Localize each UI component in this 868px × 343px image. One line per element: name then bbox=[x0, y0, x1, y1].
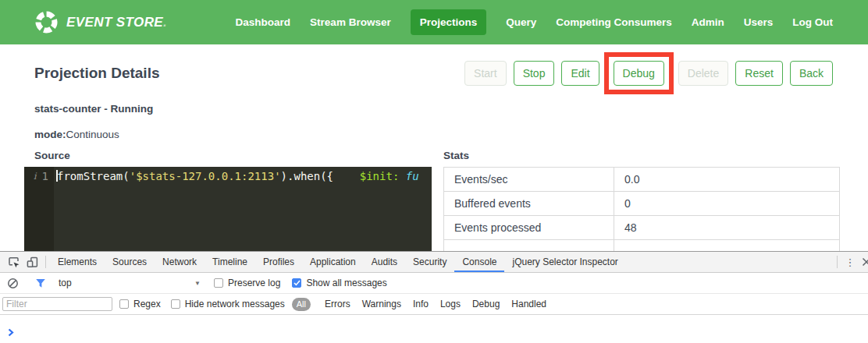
stop-button[interactable]: Stop bbox=[514, 61, 555, 86]
devtools-menu-icon[interactable]: ⋮ bbox=[841, 252, 859, 272]
filter-levels: Errors Warnings Info Logs Debug Handled bbox=[325, 299, 546, 309]
devtools-tabbar: Elements Sources Network Timeline Profil… bbox=[0, 252, 868, 273]
stats-heading: Stats bbox=[443, 150, 840, 161]
filter-level-info[interactable]: Info bbox=[413, 299, 429, 309]
event-store-brand[interactable]: EVENT STORE. bbox=[34, 10, 167, 34]
nav-item-projections[interactable]: Projections bbox=[411, 9, 487, 35]
event-store-logo-icon bbox=[34, 10, 59, 34]
tab-jquery-selector-inspector[interactable]: jQuery Selector Inspector bbox=[504, 252, 625, 272]
filter-level-debug[interactable]: Debug bbox=[472, 299, 500, 309]
code-plain: fromStream( bbox=[57, 170, 130, 182]
projection-mode: mode:Continuous bbox=[0, 129, 868, 140]
code-keyword: fu bbox=[399, 170, 418, 182]
console-prompt[interactable] bbox=[0, 315, 868, 343]
hide-network-group: Hide network messages bbox=[171, 299, 285, 309]
regex-group: Regex bbox=[119, 299, 161, 309]
nav-item-stream-browser[interactable]: Stream Browser bbox=[310, 16, 391, 28]
filter-level-errors[interactable]: Errors bbox=[325, 299, 350, 309]
tab-network[interactable]: Network bbox=[155, 252, 205, 272]
stat-label: Buffered events bbox=[444, 192, 614, 216]
code-string-literal: '$stats-127.0.0.1:2113' bbox=[130, 170, 281, 182]
editor-gutter: i 1 bbox=[24, 167, 54, 251]
debug-button[interactable]: Debug bbox=[614, 61, 664, 86]
tab-timeline[interactable]: Timeline bbox=[205, 252, 255, 272]
tab-console[interactable]: Console bbox=[454, 252, 504, 272]
table-row: Events/sec 0.0 bbox=[444, 168, 840, 192]
show-all-messages-group: Show all messages bbox=[292, 278, 386, 288]
devtools-close-icon[interactable] bbox=[859, 252, 868, 272]
device-toolbar-icon[interactable] bbox=[23, 252, 41, 272]
nav-item-admin[interactable]: Admin bbox=[692, 16, 724, 28]
top-navbar: EVENT STORE. Dashboard Stream Browser Pr… bbox=[0, 0, 868, 44]
nav-item-competing-consumers[interactable]: Competing Consumers bbox=[556, 16, 672, 28]
details-columns: Source i 1 fromStream('$stats-127.0.0.1:… bbox=[0, 150, 868, 251]
execution-context-select[interactable]: top ▼ bbox=[59, 278, 201, 288]
stat-label: Events/sec bbox=[444, 168, 614, 192]
tab-application[interactable]: Application bbox=[302, 252, 364, 272]
brand-name: EVENT STORE bbox=[66, 15, 163, 30]
gutter-info-marker: i bbox=[34, 169, 37, 184]
filter-level-logs[interactable]: Logs bbox=[440, 299, 461, 309]
stat-value: 0.0 bbox=[614, 168, 840, 192]
hide-network-messages-label[interactable]: Hide network messages bbox=[185, 299, 285, 309]
filter-level-all-badge[interactable]: All bbox=[292, 298, 311, 311]
check-icon bbox=[293, 280, 301, 286]
tab-profiles[interactable]: Profiles bbox=[255, 252, 302, 272]
hide-network-messages-checkbox[interactable] bbox=[171, 299, 180, 309]
code-gap bbox=[333, 170, 360, 182]
tab-audits[interactable]: Audits bbox=[364, 252, 405, 272]
source-code-editor[interactable]: i 1 fromStream('$stats-127.0.0.1:2113').… bbox=[24, 167, 432, 251]
console-filter-bar: Regex Hide network messages All Errors W… bbox=[0, 294, 868, 315]
tabbar-separator bbox=[837, 256, 838, 268]
stats-table: Events/sec 0.0 Buffered events 0 Events … bbox=[443, 167, 840, 251]
table-row: Events processed 48 bbox=[444, 216, 840, 240]
preserve-log-label[interactable]: Preserve log bbox=[228, 278, 280, 288]
chevron-down-icon: ▼ bbox=[194, 280, 201, 287]
mode-label: mode: bbox=[34, 129, 66, 140]
execution-context-value: top bbox=[59, 278, 72, 288]
clear-console-icon[interactable] bbox=[7, 278, 19, 289]
filter-input[interactable] bbox=[2, 297, 112, 311]
show-all-messages-label[interactable]: Show all messages bbox=[306, 278, 386, 288]
start-button[interactable]: Start bbox=[464, 61, 507, 86]
regex-label[interactable]: Regex bbox=[133, 299, 161, 309]
page-content: Projection Details Start Stop Edit Debug… bbox=[0, 44, 868, 251]
stat-label: Events processed bbox=[444, 216, 614, 240]
nav-item-query[interactable]: Query bbox=[506, 16, 536, 28]
main-nav: Dashboard Stream Browser Projections Que… bbox=[236, 9, 833, 35]
devtools-panel: Elements Sources Network Timeline Profil… bbox=[0, 251, 868, 343]
back-button[interactable]: Back bbox=[790, 61, 833, 86]
inspect-element-icon[interactable] bbox=[4, 252, 23, 272]
tabbar-right-controls: ⋮ bbox=[833, 252, 868, 272]
edit-button[interactable]: Edit bbox=[561, 61, 599, 86]
console-toolbar: top ▼ Preserve log Show all messages bbox=[0, 273, 868, 294]
tab-sources[interactable]: Sources bbox=[105, 252, 155, 272]
delete-button[interactable]: Delete bbox=[678, 61, 728, 86]
nav-item-users[interactable]: Users bbox=[744, 16, 774, 28]
code-line: fromStream('$stats-127.0.0.1:2113').when… bbox=[54, 167, 432, 251]
show-all-messages-checkbox[interactable] bbox=[292, 278, 301, 288]
projection-action-buttons: Start Stop Edit Debug Delete Reset Back bbox=[464, 61, 833, 86]
tabbar-separator bbox=[45, 256, 46, 268]
debug-highlight-annotation: Debug bbox=[604, 52, 674, 94]
brand-suffix: . bbox=[163, 15, 167, 30]
page-header: Projection Details Start Stop Edit Debug… bbox=[0, 44, 868, 86]
table-row-clipped bbox=[444, 240, 840, 252]
nav-item-dashboard[interactable]: Dashboard bbox=[236, 16, 291, 28]
filter-level-warnings[interactable]: Warnings bbox=[362, 299, 401, 309]
tab-elements[interactable]: Elements bbox=[50, 252, 105, 272]
regex-checkbox[interactable] bbox=[119, 299, 129, 309]
tab-security[interactable]: Security bbox=[405, 252, 454, 272]
code-plain: ).when({ bbox=[281, 170, 333, 182]
page-title: Projection Details bbox=[34, 65, 160, 82]
preserve-log-checkbox[interactable] bbox=[214, 278, 223, 288]
source-section: Source i 1 fromStream('$stats-127.0.0.1:… bbox=[24, 150, 432, 251]
filter-funnel-icon[interactable] bbox=[35, 278, 46, 288]
line-number: 1 bbox=[42, 169, 48, 184]
reset-button[interactable]: Reset bbox=[735, 61, 783, 86]
mode-value: Continuous bbox=[66, 129, 119, 140]
preserve-log-group: Preserve log bbox=[214, 278, 280, 288]
filter-level-handled[interactable]: Handled bbox=[511, 299, 546, 309]
console-prompt-icon bbox=[8, 321, 14, 343]
nav-item-log-out[interactable]: Log Out bbox=[792, 16, 833, 28]
